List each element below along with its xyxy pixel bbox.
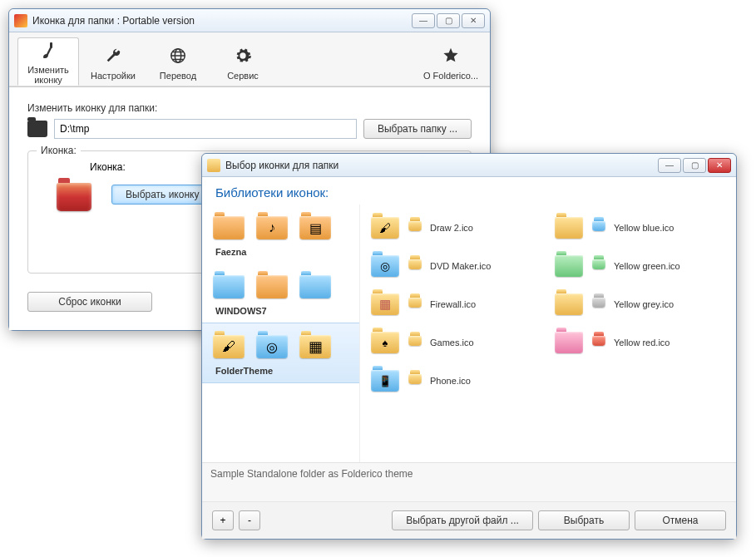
toolbar: Изменить иконку Настройки Перевод Сервис (9, 32, 490, 86)
wrench-icon (101, 44, 125, 67)
game-icon: ♠ (371, 332, 399, 353)
icon-grid[interactable]: 🖌 Draw 2.ico Yellow blue.ico ◎ DVD Maker… (360, 205, 736, 462)
list-item[interactable]: Yellow green.ico (552, 248, 728, 284)
icon-picker-dialog: Выбор иконки для папки — ▢ ✕ Библиотеки … (201, 153, 737, 540)
dialog-header: Библиотеки иконок: (202, 177, 736, 205)
list-item[interactable]: 📱 Phone.ico (368, 362, 544, 399)
toolbar-settings[interactable]: Настройки (82, 37, 144, 86)
app-icon (14, 14, 27, 27)
description-bar: Sample Standalone folder as Folderico th… (202, 462, 736, 501)
brush-icon (37, 40, 60, 62)
main-titlebar[interactable]: Иконка для папки : Portable version — ▢ … (9, 9, 490, 32)
star-icon (439, 44, 462, 67)
toolbar-service[interactable]: Сервис (212, 37, 274, 86)
dialog-titlebar[interactable]: Выбор иконки для папки — ▢ ✕ (202, 154, 736, 177)
toolbar-about[interactable]: О Folderico... (420, 37, 482, 86)
reset-icon-button[interactable]: Сброс иконки (27, 292, 152, 312)
disc-icon: ◎ (371, 255, 399, 277)
dialog-title: Выбор иконки для папки (225, 160, 658, 171)
library-item-foldertheme[interactable]: 🖌 ◎ ▦ FolderTheme (202, 323, 359, 383)
wall-icon: ▦ (371, 293, 399, 315)
icon-preview (57, 183, 91, 211)
remove-library-button[interactable]: - (239, 510, 260, 530)
list-item[interactable]: ♠ Games.ico (368, 324, 544, 361)
library-list[interactable]: ♪ ▤ Faezna WINDOWS7 🖌 ◎ (202, 205, 360, 462)
phone-icon: 📱 (371, 370, 399, 392)
window-title: Иконка для папки : Portable version (32, 15, 412, 27)
toolbar-translate[interactable]: Перевод (147, 37, 209, 86)
toolbar-change-label: Изменить иконку (27, 65, 69, 85)
add-library-button[interactable]: + (212, 510, 234, 530)
dialog-footer: + - Выбрать другой файл ... Выбрать Отме… (202, 501, 736, 539)
maximize-button[interactable]: ▢ (437, 13, 460, 28)
cancel-button[interactable]: Отмена (635, 510, 726, 530)
minimize-button[interactable]: — (412, 13, 435, 28)
music-icon: ♪ (256, 216, 288, 239)
brushes-icon: 🖌 (371, 217, 399, 239)
doc-icon: ▤ (299, 216, 331, 239)
dialog-app-icon (207, 159, 220, 172)
browse-folder-button[interactable]: Выбрать папку ... (363, 119, 472, 139)
close-button[interactable]: ✕ (462, 13, 485, 28)
icon-group-legend: Иконка: (37, 145, 81, 156)
list-item[interactable]: ▦ Firewall.ico (368, 286, 544, 323)
brushes-icon: 🖌 (213, 335, 245, 358)
path-input[interactable]: D:\tmp (54, 119, 357, 139)
svg-rect-0 (50, 42, 52, 48)
dialog-maximize-button[interactable]: ▢ (683, 158, 706, 173)
dialog-minimize-button[interactable]: — (658, 158, 681, 173)
list-item[interactable]: Yellow grey.ico (552, 286, 728, 323)
list-item[interactable]: ◎ DVD Maker.ico (368, 248, 544, 284)
select-button[interactable]: Выбрать (538, 510, 630, 530)
toolbar-change-icon[interactable]: Изменить иконку (17, 37, 79, 86)
list-item[interactable]: Yellow blue.ico (552, 209, 728, 246)
library-item-windows7[interactable]: WINDOWS7 (202, 264, 359, 323)
dialog-close-button[interactable]: ✕ (708, 158, 731, 173)
globe-icon (166, 44, 190, 67)
folder-icon (27, 121, 47, 137)
list-item[interactable]: 🖌 Draw 2.ico (368, 209, 544, 246)
list-item[interactable]: Yellow red.ico (552, 324, 728, 361)
gear-icon (231, 44, 254, 67)
pick-other-file-button[interactable]: Выбрать другой файл ... (392, 510, 533, 530)
wall-icon: ▦ (299, 335, 331, 358)
change-icon-label: Изменить иконку для папки: (27, 102, 472, 114)
disc-icon: ◎ (256, 335, 288, 358)
library-item-faezna[interactable]: ♪ ▤ Faezna (202, 205, 359, 264)
